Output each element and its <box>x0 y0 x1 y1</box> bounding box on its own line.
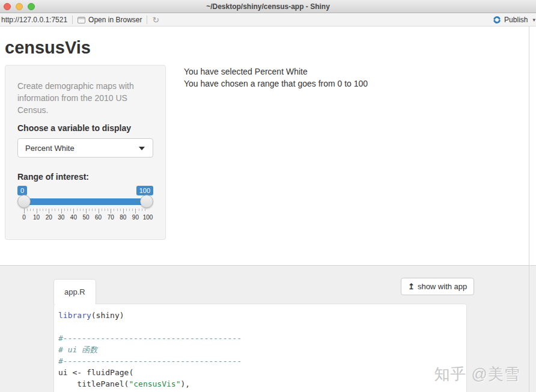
range-slider[interactable]: 0 100 0102030405060708090100 <box>17 186 153 221</box>
minimize-window-button[interactable] <box>16 3 23 10</box>
selected-range-text: You have chosen a range that goes from 0… <box>184 78 368 90</box>
scrollbar-track <box>529 26 529 392</box>
code-line <box>58 321 460 332</box>
slider-tick-label: 10 <box>33 214 40 221</box>
refresh-icon: ↻ <box>152 16 159 24</box>
toolbar-separator <box>147 16 147 24</box>
show-with-app-button[interactable]: ↥ show with app <box>401 278 474 295</box>
slider-tick-label: 0 <box>22 214 26 221</box>
sidebar-panel: Create demographic maps with information… <box>5 65 166 240</box>
toolbar-separator <box>72 16 73 24</box>
slider-tick-label: 30 <box>58 214 64 221</box>
selected-variable-text: You have selected Percent White <box>184 66 368 78</box>
window-title: ~/Desktop/shiny/census-app - Shiny <box>0 0 536 13</box>
chevron-down-icon <box>139 147 145 150</box>
page-title: censusVis <box>5 38 91 58</box>
code-panel: library(shiny) #------------------------… <box>53 304 467 392</box>
refresh-button[interactable]: ↻ <box>152 16 159 24</box>
browser-window-icon <box>78 17 85 23</box>
app-url: http://127.0.0.1:7521 <box>1 16 67 24</box>
slider-tick-label: 90 <box>132 214 139 221</box>
up-arrow-icon: ↥ <box>408 282 415 291</box>
slider-tick-label: 40 <box>70 214 77 221</box>
slider-label: Range of interest: <box>17 172 153 182</box>
code-line: library(shiny) <box>58 310 460 321</box>
publish-icon <box>493 16 501 24</box>
select-input-label: Choose a variable to display <box>17 123 153 133</box>
slider-handle-min[interactable] <box>17 195 31 208</box>
open-in-browser-label: Open in Browser <box>88 16 142 24</box>
publish-button[interactable]: Publish ▾ <box>493 16 535 24</box>
code-line: #-------------------------------------- <box>58 332 460 344</box>
show-with-app-label: show with app <box>418 282 467 291</box>
slider-tick-label: 80 <box>120 214 126 221</box>
slider-tick-label: 20 <box>46 214 52 221</box>
close-window-button[interactable] <box>4 3 11 10</box>
slider-tick-label: 70 <box>108 214 114 221</box>
zoom-window-button[interactable] <box>28 3 35 10</box>
main-panel: You have selected Percent White You have… <box>184 66 368 90</box>
traffic-lights <box>4 3 35 10</box>
window-titlebar: ~/Desktop/shiny/census-app - Shiny <box>0 0 536 13</box>
publish-caret-icon: ▾ <box>532 17 535 23</box>
variable-select-value: Percent White <box>25 144 75 153</box>
slider-tick-label: 60 <box>95 214 102 221</box>
code-line: #-------------------------------------- <box>58 355 460 367</box>
slider-handle-max[interactable] <box>140 195 153 208</box>
publish-label: Publish <box>504 16 528 24</box>
viewer-toolbar: http://127.0.0.1:7521 Open in Browser ↻ … <box>0 14 536 26</box>
open-in-browser-button[interactable]: Open in Browser <box>78 16 142 24</box>
code-line: # ui 函数 <box>58 344 460 355</box>
tab-app-r[interactable]: app.R <box>53 279 96 304</box>
slider-tick-label: 100 <box>143 214 153 221</box>
slider-tick-marks <box>24 209 147 213</box>
slider-tick-label: 50 <box>82 214 89 221</box>
code-block: library(shiny) #------------------------… <box>58 310 460 390</box>
variable-select[interactable]: Percent White <box>17 138 153 158</box>
slider-min-badge: 0 <box>17 186 27 195</box>
slider-max-badge: 100 <box>136 186 153 195</box>
slider-track[interactable] <box>20 198 151 205</box>
code-line: titlePanel("censusVis"), <box>58 378 460 390</box>
watermark: 知乎 @美雪 <box>434 364 520 385</box>
help-text: Create demographic maps with information… <box>17 80 153 116</box>
code-line: ui <- fluidPage( <box>58 367 460 378</box>
